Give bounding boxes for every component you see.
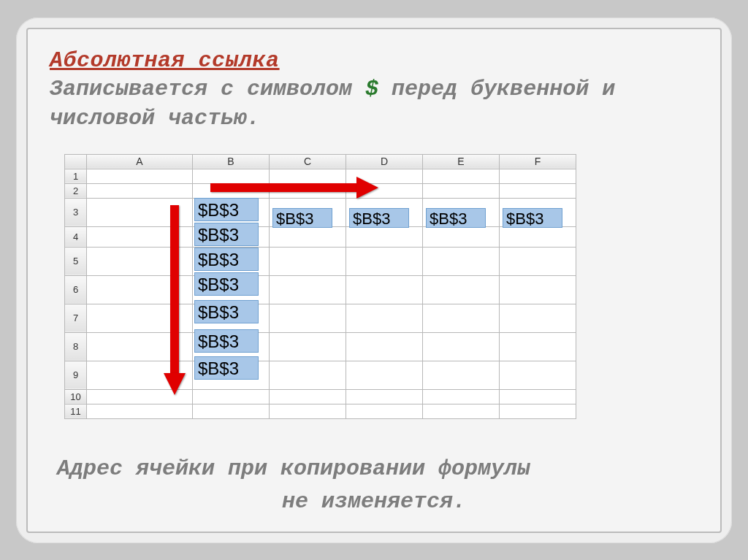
corner-cell [65,154,87,169]
row-header: 10 [65,389,87,404]
col-header-a: A [87,154,193,169]
col-header-e: E [423,154,500,169]
cell-b4: $B$3 [194,223,259,246]
row-header: 4 [65,226,87,247]
cell-f3: $B$3 [503,208,562,228]
arrow-right-icon [210,180,378,194]
slide-title: Абсолютная ссылка [50,48,698,73]
cell-b5: $B$3 [194,248,259,271]
footer-line1: Адрес ячейки при копировании формулы [57,456,530,481]
cell-b6: $B$3 [194,272,259,296]
footer-caption: Адрес ячейки при копировании формулы не … [57,453,691,518]
row-header: 3 [65,198,87,226]
slide-content: Абсолютная ссылка Записывается с символо… [26,28,722,533]
row-header: 5 [65,247,87,275]
col-header-f: F [500,154,576,169]
slide-frame: Абсолютная ссылка Записывается с символо… [16,18,732,543]
subtitle-text-before: Записывается с символом [50,77,365,101]
row-header: 7 [65,304,87,332]
cell-e3: $B$3 [426,208,486,228]
cell-b8: $B$3 [194,329,259,353]
row-header: 2 [65,183,87,198]
cell-b9: $B$3 [194,356,259,380]
col-header-b: B [193,154,270,169]
row-header: 9 [65,361,87,389]
row-header: 11 [65,404,87,418]
col-header-c: C [270,154,346,169]
dollar-symbol: $ [365,77,378,101]
arrow-down-icon [167,205,181,395]
footer-line2: не изменяется. [57,486,691,518]
row-header: 1 [65,169,87,183]
spreadsheet-illustration: A B C D E F 1 2 3 4 5 6 7 8 9 10 11 [64,154,678,419]
row-header: 6 [65,275,87,304]
cell-b3: $B$3 [194,198,259,221]
row-header: 8 [65,332,87,361]
col-header-d: D [346,154,423,169]
cell-d3: $B$3 [349,208,409,228]
cell-c3: $B$3 [272,208,332,228]
slide-subtitle: Записывается с символом $ перед буквенно… [50,74,698,134]
cell-b7: $B$3 [194,300,259,323]
